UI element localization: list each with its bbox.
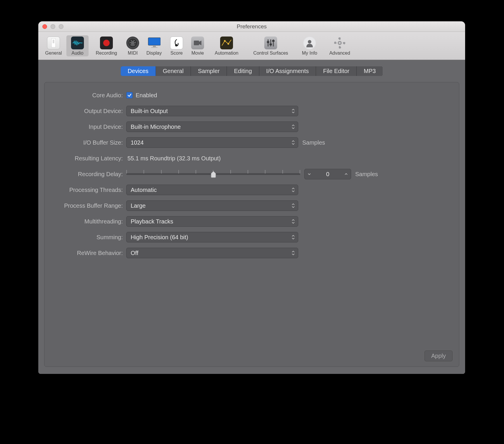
toolbar-display[interactable]: Display [143,35,165,56]
subtab-editing[interactable]: Editing [227,66,259,76]
chevron-updown-icon [291,125,295,129]
label-processing-threads: Processing Threads: [51,187,126,193]
label-io-buffer: I/O Buffer Size: [51,139,126,146]
subtab-io-assignments[interactable]: I/O Assignments [259,66,316,76]
toolbar-advanced[interactable]: Advanced [324,35,356,56]
svg-rect-20 [270,44,272,45]
process-buffer-range-popup[interactable]: Large [126,200,298,211]
advanced-icon [333,37,346,49]
label-output-device: Output Device: [51,108,126,115]
svg-rect-10 [153,46,156,47]
svg-point-7 [130,43,131,44]
rewire-value: Off [131,250,138,256]
chevron-updown-icon [291,141,295,145]
recording-icon [100,37,113,49]
chevron-updown-icon [291,109,295,113]
toolbar-label: Advanced [329,51,350,56]
recording-delay-slider[interactable] [126,171,300,178]
check-icon [127,93,132,97]
recording-delay-value: 0 [311,171,344,178]
multithreading-popup[interactable]: Playback Tracks [126,216,298,227]
toolbar-label: Movie [191,51,204,56]
svg-rect-21 [272,40,275,42]
my-info-icon [303,37,316,49]
subtab-mp3[interactable]: MP3 [357,66,383,76]
label-samples: Samples [355,171,378,178]
score-icon [170,37,183,49]
toolbar-automation[interactable]: Automation [209,35,244,56]
toolbar-movie[interactable]: Movie [188,35,207,56]
io-buffer-popup[interactable]: 1024 [126,137,298,148]
svg-point-12 [175,44,177,46]
input-device-popup[interactable]: Built-in Microphone [126,122,298,132]
svg-rect-11 [151,47,158,48]
toolbar-label: Recording [96,51,117,56]
label-core-audio: Core Audio: [51,92,126,99]
display-icon [148,37,160,49]
resulting-latency-value: 55.1 ms Roundtrip (32.3 ms Output) [127,155,221,162]
label-samples: Samples [302,139,325,146]
subtab-general[interactable]: General [156,66,191,76]
svg-point-14 [224,40,226,42]
core-audio-checkbox[interactable] [126,92,133,98]
toolbar-label: Score [170,51,183,56]
toolbar-label: MIDI [128,51,138,56]
toolbar-label: Audio [72,51,84,56]
svg-rect-1 [53,40,54,43]
svg-rect-17 [270,39,271,46]
label-summing: Summing: [51,234,126,241]
label-enabled: Enabled [136,92,157,99]
rewire-popup[interactable]: Off [126,248,298,258]
toolbar-label: My Info [302,51,317,56]
chevron-down-icon[interactable] [308,173,311,176]
toolbar-recording[interactable]: Recording [90,35,122,56]
subtab-sampler[interactable]: Sampler [191,66,227,76]
svg-point-15 [227,43,229,45]
slider-thumb[interactable] [210,171,216,178]
audio-icon [71,37,84,49]
minimize-button[interactable] [51,24,55,29]
panel-body: Devices General Sampler Editing I/O Assi… [38,60,465,374]
toolbar-midi[interactable]: MIDI [124,35,141,56]
chevron-updown-icon [291,204,295,208]
control-surfaces-icon [264,37,277,49]
processing-threads-popup[interactable]: Automatic [126,185,298,195]
toolbar-my-info[interactable]: My Info [297,35,322,56]
toolbar-control-surfaces[interactable]: Control Surfaces [246,35,296,56]
automation-icon [220,37,233,49]
toolbar-audio[interactable]: Audio [66,35,89,56]
chevron-up-icon[interactable] [344,173,348,176]
svg-point-8 [134,43,136,44]
window-title: Preferences [38,23,465,30]
summing-value: High Precision (64 bit) [131,234,188,241]
output-device-popup[interactable]: Built-in Output [126,106,298,116]
input-device-value: Built-in Microphone [131,124,181,130]
traffic-lights [38,24,63,29]
subtab-file-editor[interactable]: File Editor [316,66,357,76]
svg-rect-9 [148,38,160,45]
label-recording-delay: Recording Delay: [51,171,126,178]
chevron-updown-icon [291,251,295,255]
general-icon [47,37,60,49]
toolbar-label: Control Surfaces [253,51,288,56]
movie-icon [191,37,204,49]
svg-point-4 [132,40,133,41]
summing-popup[interactable]: High Precision (64 bit) [126,232,298,242]
toolbar-general[interactable]: General [42,35,65,56]
chevron-updown-icon [291,219,295,224]
svg-point-6 [134,41,135,42]
toolbar-score[interactable]: Score [167,35,186,56]
svg-rect-19 [267,41,269,43]
label-resulting-latency: Resulting Latency: [51,155,126,162]
subtabs: Devices General Sampler Editing I/O Assi… [38,66,465,76]
zoom-button[interactable] [59,24,63,29]
midi-icon [126,37,139,49]
svg-rect-13 [194,41,199,45]
svg-point-2 [103,40,110,46]
recording-delay-stepper[interactable]: 0 [304,169,351,179]
subtab-devices[interactable]: Devices [121,66,156,76]
label-input-device: Input Device: [51,124,126,130]
close-button[interactable] [42,24,47,29]
settings-group: Core Audio: Enabled Output Device: Built… [44,82,459,367]
apply-button[interactable]: Apply [424,351,453,361]
